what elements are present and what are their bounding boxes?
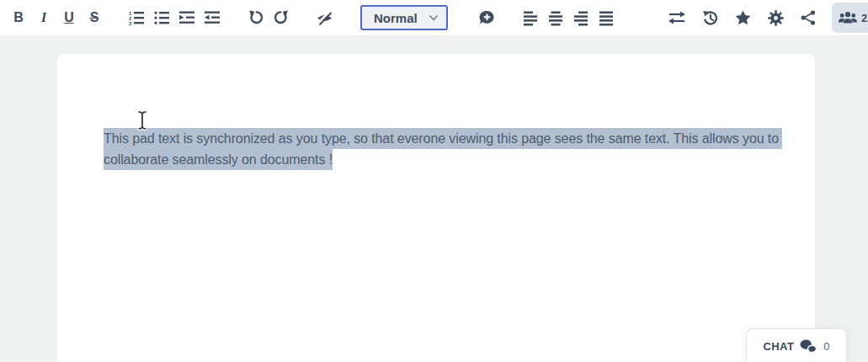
redo-button[interactable] [269, 0, 294, 35]
authorship-group [312, 0, 337, 35]
indent-icon [178, 9, 195, 26]
share-button[interactable] [796, 0, 821, 35]
italic-button[interactable]: I [31, 0, 56, 35]
align-justify-icon [598, 9, 615, 26]
eye-slash-icon [316, 9, 333, 27]
editor-workspace: This pad text is synchronized as you typ… [0, 35, 868, 362]
undo-button[interactable] [243, 0, 269, 35]
outdent-button[interactable] [200, 0, 225, 35]
editor-line: This pad text is synchronized as you typ… [104, 128, 777, 149]
align-center-icon [547, 9, 564, 26]
list-group: 1 2 3 [124, 0, 225, 35]
editor-line: collaborate seamlessly on documents ! [104, 149, 777, 170]
format-group: B I U S [6, 0, 107, 35]
align-justify-button[interactable] [594, 0, 619, 35]
editor-page[interactable]: This pad text is synchronized as you typ… [57, 54, 815, 362]
ordered-list-icon: 1 2 3 [128, 9, 145, 26]
import-export-button[interactable] [664, 0, 690, 35]
align-left-button[interactable] [518, 0, 543, 35]
outdent-icon [204, 9, 221, 26]
svg-text:3: 3 [129, 21, 132, 26]
undo-icon [248, 9, 264, 26]
align-group [518, 0, 619, 35]
unordered-list-button[interactable] [149, 0, 174, 35]
import-export-icon [668, 9, 686, 26]
paragraph-style-select[interactable]: Normal [360, 5, 448, 30]
indent-button[interactable] [174, 0, 200, 35]
chevron-down-icon [429, 15, 438, 21]
underline-icon: U [64, 10, 74, 25]
pad-tools-group [664, 0, 821, 35]
bold-icon: B [13, 10, 24, 25]
selected-text[interactable]: This pad text is synchronized as you typ… [104, 128, 782, 149]
users-count: 2 [861, 12, 867, 24]
align-center-button[interactable] [543, 0, 568, 35]
ordered-list-button[interactable]: 1 2 3 [124, 0, 149, 35]
unordered-list-icon [153, 9, 170, 26]
settings-button[interactable] [763, 0, 788, 35]
add-comment-button[interactable] [474, 0, 499, 35]
chat-bubbles-icon [800, 339, 817, 354]
comment-plus-icon [478, 9, 495, 26]
history-icon [701, 9, 719, 27]
chat-count: 0 [823, 340, 829, 353]
users-button[interactable]: 2 [832, 3, 868, 33]
hide-authorship-colors-button[interactable] [312, 0, 337, 35]
users-icon [838, 10, 858, 25]
chat-toggle[interactable]: CHAT 0 [746, 328, 847, 362]
strikethrough-button[interactable]: S [82, 0, 107, 35]
paragraph-style-value: Normal [374, 11, 418, 25]
selected-text[interactable]: collaborate seamlessly on documents ! [104, 149, 333, 170]
editor-area[interactable]: This pad text is synchronized as you typ… [104, 128, 777, 170]
editor-toolbar: B I U S 1 2 3 [0, 0, 868, 35]
strikethrough-icon: S [90, 10, 99, 25]
underline-button[interactable]: U [56, 0, 82, 35]
star-icon [734, 9, 752, 27]
undo-redo-group [243, 0, 294, 35]
align-left-icon [522, 9, 539, 26]
star-button[interactable] [730, 0, 755, 35]
history-button[interactable] [697, 0, 722, 35]
chat-label: CHAT [764, 340, 795, 353]
bold-button[interactable]: B [6, 0, 31, 35]
italic-icon: I [41, 9, 47, 26]
gear-icon [767, 9, 785, 27]
redo-icon [273, 9, 290, 26]
share-icon [800, 9, 817, 26]
align-right-icon [572, 9, 589, 26]
comment-group [474, 0, 499, 35]
align-right-button[interactable] [568, 0, 594, 35]
